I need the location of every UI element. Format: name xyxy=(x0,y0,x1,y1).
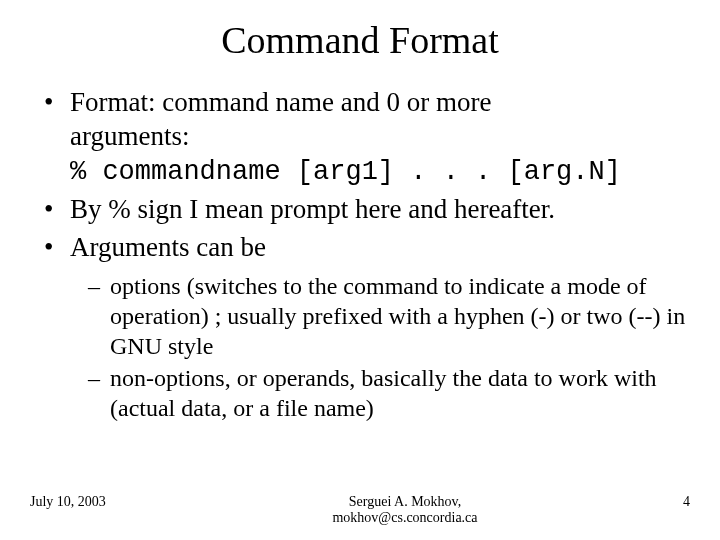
bullet-list: Format: command name and 0 or more argum… xyxy=(30,86,690,423)
footer-page-number: 4 xyxy=(630,494,690,510)
bullet-1-line-1: Format: command name and 0 or more xyxy=(70,87,491,117)
slide: Command Format Format: command name and … xyxy=(0,0,720,540)
footer-author: Serguei A. Mokhov, mokhov@cs.concordia.c… xyxy=(180,494,630,526)
bullet-3-text: Arguments can be xyxy=(70,232,266,262)
bullet-1: Format: command name and 0 or more argum… xyxy=(44,86,690,189)
footer-author-line-2: mokhov@cs.concordia.ca xyxy=(332,510,477,525)
sub-bullet-list: options (switches to the command to indi… xyxy=(70,271,690,423)
bullet-1-code: % commandname [arg1] . . . [arg.N] xyxy=(70,157,621,187)
sub-bullet-2: non-options, or operands, basically the … xyxy=(88,363,690,423)
footer-date: July 10, 2003 xyxy=(30,494,180,510)
bullet-2: By % sign I mean prompt here and hereaft… xyxy=(44,193,690,227)
bullet-1-line-2: arguments: xyxy=(70,121,189,151)
sub-bullet-1: options (switches to the command to indi… xyxy=(88,271,690,361)
slide-footer: July 10, 2003 Serguei A. Mokhov, mokhov@… xyxy=(30,494,690,526)
bullet-3: Arguments can be options (switches to th… xyxy=(44,231,690,423)
footer-author-line-1: Serguei A. Mokhov, xyxy=(349,494,461,509)
slide-title: Command Format xyxy=(30,18,690,62)
